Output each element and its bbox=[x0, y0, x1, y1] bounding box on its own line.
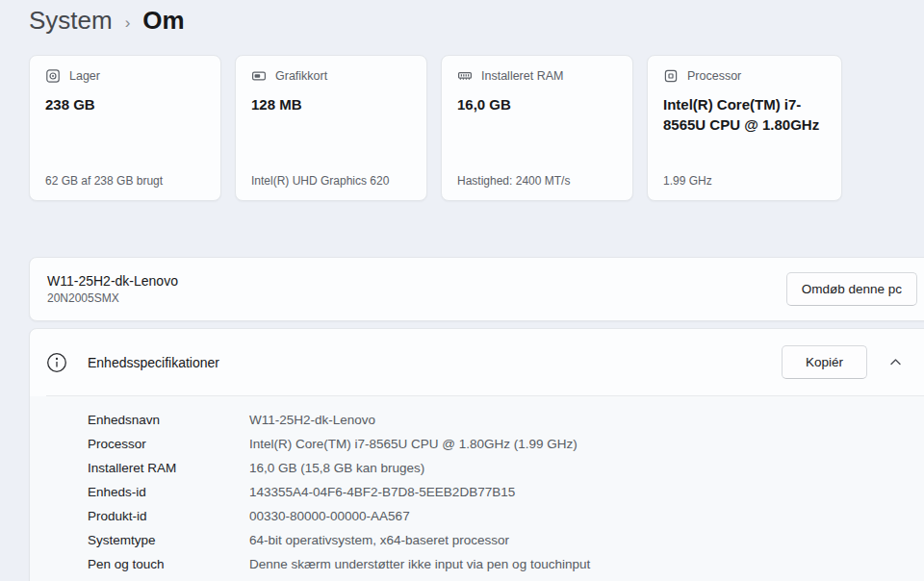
summary-cards-row: Lager 238 GB 62 GB af 238 GB brugt Grafi… bbox=[29, 55, 842, 201]
device-model: 20N2005SMX bbox=[47, 291, 178, 305]
spec-row-product-id: Produkt-id 00330-80000-00000-AA567 bbox=[88, 504, 924, 528]
storage-card-caption: 62 GB af 238 GB brugt bbox=[45, 174, 206, 188]
processor-card-value: Intel(R) Core(TM) i7-8565U CPU @ 1.80GHz bbox=[663, 94, 827, 135]
graphics-card-caption: Intel(R) UHD Graphics 620 bbox=[251, 174, 412, 188]
device-specs-title: Enhedsspecifikationer bbox=[88, 355, 219, 370]
processor-card-caption: 1.99 GHz bbox=[663, 174, 827, 188]
spec-label: Pen og touch bbox=[88, 557, 249, 571]
ram-card-label: Installeret RAM bbox=[481, 69, 563, 83]
graphics-card-value: 128 MB bbox=[251, 94, 412, 114]
device-name-panel: W11-25H2-dk-Lenovo 20N2005SMX Omdøb denn… bbox=[29, 257, 924, 321]
spec-value: W11-25H2-dk-Lenovo bbox=[249, 413, 375, 427]
gpu-icon bbox=[251, 68, 267, 84]
spec-value: 16,0 GB (15,8 GB kan bruges) bbox=[249, 461, 424, 475]
info-icon bbox=[46, 352, 67, 373]
spec-row-pen-touch: Pen og touch Denne skærm understøtter ik… bbox=[88, 552, 924, 576]
spec-label: Systemtype bbox=[88, 533, 249, 547]
spec-row-installed-ram: Installeret RAM 16,0 GB (15,8 GB kan bru… bbox=[88, 456, 924, 480]
spec-row-processor: Processor Intel(R) Core(TM) i7-8565U CPU… bbox=[88, 432, 924, 456]
spec-label: Installeret RAM bbox=[88, 461, 249, 475]
cpu-icon bbox=[663, 68, 679, 84]
page-title: Om bbox=[142, 6, 184, 36]
spec-value: Denne skærm understøtter ikke input via … bbox=[249, 557, 590, 571]
graphics-card: Grafikkort 128 MB Intel(R) UHD Graphics … bbox=[235, 55, 427, 201]
breadcrumb-system-link[interactable]: System bbox=[29, 6, 113, 36]
spec-value: Intel(R) Core(TM) i7-8565U CPU @ 1.80GHz… bbox=[249, 437, 578, 451]
ram-card-caption: Hastighed: 2400 MT/s bbox=[457, 174, 618, 188]
chevron-up-icon bbox=[889, 356, 902, 368]
device-specs-panel: Enhedsspecifikationer Kopiér Enhedsnavn … bbox=[29, 328, 924, 581]
graphics-card-label: Grafikkort bbox=[275, 69, 327, 83]
breadcrumb: System › Om bbox=[29, 6, 185, 36]
spec-value: 00330-80000-00000-AA567 bbox=[249, 509, 410, 523]
storage-card-label: Lager bbox=[69, 69, 100, 83]
rename-pc-button[interactable]: Omdøb denne pc bbox=[786, 272, 917, 306]
spec-value: 64-bit operativsystem, x64-baseret proce… bbox=[249, 533, 509, 547]
spec-row-device-id: Enheds-id 143355A4-04F6-4BF2-B7D8-5EEB2D… bbox=[88, 480, 924, 504]
ram-card-value: 16,0 GB bbox=[457, 94, 618, 114]
spec-row-system-type: Systemtype 64-bit operativsystem, x64-ba… bbox=[88, 528, 924, 552]
storage-icon bbox=[45, 68, 61, 84]
processor-card: Processor Intel(R) Core(TM) i7-8565U CPU… bbox=[647, 55, 842, 201]
copy-button[interactable]: Kopiér bbox=[782, 345, 867, 379]
spec-row-device-name: Enhedsnavn W11-25H2-dk-Lenovo bbox=[88, 408, 924, 432]
spec-label: Produkt-id bbox=[88, 509, 249, 523]
spec-label: Enheds-id bbox=[88, 485, 249, 499]
device-specs-expander-header[interactable]: Enhedsspecifikationer Kopiér bbox=[30, 329, 924, 395]
ram-card: Installeret RAM 16,0 GB Hastighed: 2400 … bbox=[441, 55, 633, 201]
breadcrumb-separator-icon: › bbox=[125, 10, 131, 33]
spec-label: Enhedsnavn bbox=[88, 413, 249, 427]
spec-label: Processor bbox=[88, 437, 249, 451]
collapse-expander-button[interactable] bbox=[881, 348, 910, 377]
processor-card-label: Processor bbox=[687, 69, 741, 83]
device-specs-content: Enhedsnavn W11-25H2-dk-Lenovo Processor … bbox=[30, 396, 924, 581]
storage-card-value: 238 GB bbox=[45, 94, 206, 114]
device-name: W11-25H2-dk-Lenovo bbox=[47, 273, 178, 289]
ram-icon bbox=[457, 68, 473, 84]
storage-card: Lager 238 GB 62 GB af 238 GB brugt bbox=[29, 55, 221, 201]
spec-value: 143355A4-04F6-4BF2-B7D8-5EEB2DB77B15 bbox=[249, 485, 515, 499]
